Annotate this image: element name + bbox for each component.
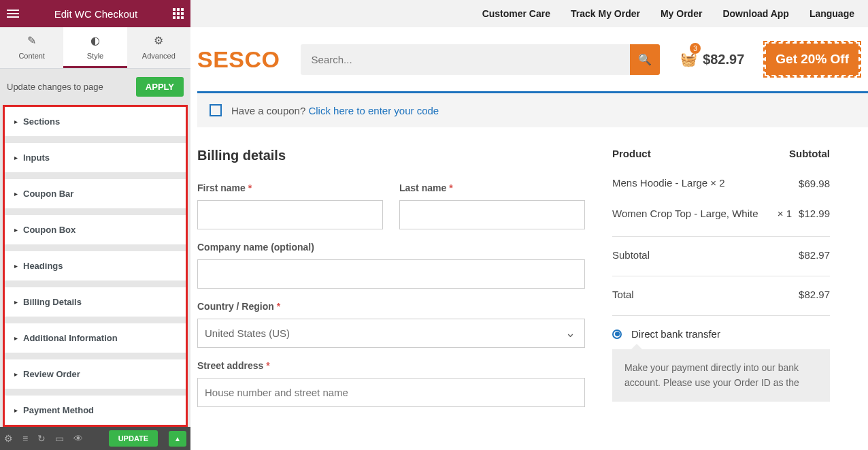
section-sections[interactable]: ▸Sections <box>5 107 186 136</box>
responsive-icon[interactable]: ▭ <box>55 433 64 444</box>
top-nav: Customer Care Track My Order My Order Do… <box>190 0 868 27</box>
summary-head-product: Product <box>612 148 651 159</box>
caret-right-icon: ▸ <box>14 154 18 161</box>
navigator-icon[interactable]: ≡ <box>22 433 28 444</box>
cart-count-badge: 3 <box>690 43 701 54</box>
editor-panel: Edit WC Checkout ✎ Content ◐ Style ⚙ Adv… <box>0 0 190 450</box>
section-headings[interactable]: ▸Headings <box>5 251 186 280</box>
caret-right-icon: ▸ <box>14 334 18 342</box>
first-name-label: First name * <box>197 182 383 193</box>
apply-button[interactable]: APPLY <box>136 77 184 97</box>
coupon-text: Have a coupon? Click here to enter your … <box>231 105 439 116</box>
apps-grid-icon[interactable] <box>173 8 184 19</box>
contrast-icon: ◐ <box>63 34 127 47</box>
order-summary: Product Subtotal Mens Hoodie - Large × 2… <box>612 148 844 407</box>
country-label: Country / Region * <box>197 301 585 312</box>
country-select[interactable] <box>197 319 585 348</box>
search-input[interactable] <box>301 44 631 75</box>
search-button[interactable]: 🔍 <box>630 44 660 75</box>
company-label: Company name (optional) <box>197 242 585 253</box>
caret-right-icon: ▸ <box>14 406 18 414</box>
apply-text: Update changes to page <box>7 82 103 92</box>
section-review-order[interactable]: ▸Review Order <box>5 359 186 389</box>
search-icon: 🔍 <box>638 54 652 65</box>
panel-header: Edit WC Checkout <box>0 0 190 27</box>
cart-summary[interactable]: 3 🧺 $82.97 <box>680 51 744 67</box>
brand-logo[interactable]: SESCO <box>197 46 280 73</box>
style-sections-list: ▸Sections ▸Inputs ▸Coupon Bar ▸Coupon Bo… <box>3 105 188 427</box>
section-inputs[interactable]: ▸Inputs <box>5 143 186 172</box>
radio-checked-icon <box>612 330 622 339</box>
caret-right-icon: ▸ <box>14 190 18 197</box>
update-button[interactable]: UPDATE <box>109 430 158 447</box>
settings-icon[interactable]: ⚙ <box>4 433 13 444</box>
tab-content[interactable]: ✎ Content <box>0 27 63 68</box>
hamburger-icon[interactable] <box>7 10 19 18</box>
preview-area: Customer Care Track My Order My Order Do… <box>190 0 868 450</box>
coupon-bar: Have a coupon? Click here to enter your … <box>197 91 868 127</box>
street-input[interactable] <box>197 378 585 407</box>
gear-icon: ⚙ <box>127 34 190 47</box>
tab-style[interactable]: ◐ Style <box>63 27 127 68</box>
section-billing-details[interactable]: ▸Billing Details <box>5 287 186 317</box>
summary-subtotal: Subtotal $82.97 <box>612 249 830 261</box>
summary-item: Mens Hoodie - Large × 2 $69.98 <box>612 176 830 191</box>
update-options-button[interactable]: ▲ <box>169 431 186 447</box>
section-additional-information[interactable]: ▸Additional Information <box>5 323 186 353</box>
pencil-icon: ✎ <box>0 34 63 47</box>
search-wrap: 🔍 <box>301 44 661 75</box>
street-label: Street address * <box>197 360 585 371</box>
summary-total: Total $82.97 <box>612 289 830 300</box>
caret-right-icon: ▸ <box>14 262 18 270</box>
summary-item: Women Crop Top - Large, White × 1 $12.99 <box>612 206 830 222</box>
nav-download-app[interactable]: Download App <box>722 8 788 19</box>
section-coupon-box[interactable]: ▸Coupon Box <box>5 215 186 244</box>
nav-my-order[interactable]: My Order <box>661 8 702 19</box>
billing-title: Billing details <box>197 148 585 163</box>
last-name-input[interactable] <box>399 200 585 229</box>
site-header: SESCO 🔍 3 🧺 $82.97 Get 20% Off <box>190 27 868 91</box>
company-input[interactable] <box>197 259 585 289</box>
payment-option-bank-transfer[interactable]: Direct bank transfer <box>612 328 830 340</box>
coupon-icon <box>210 104 222 116</box>
panel-title: Edit WC Checkout <box>19 8 173 20</box>
billing-column: Billing details First name * Last name *… <box>197 148 585 407</box>
caret-right-icon: ▸ <box>14 298 18 306</box>
caret-right-icon: ▸ <box>14 370 18 378</box>
summary-head-subtotal: Subtotal <box>789 148 830 159</box>
cart-total: $82.97 <box>703 52 744 67</box>
section-coupon-bar[interactable]: ▸Coupon Bar <box>5 179 186 208</box>
apply-row: Update changes to page APPLY <box>0 69 190 105</box>
nav-track-order[interactable]: Track My Order <box>571 8 640 19</box>
promo-button[interactable]: Get 20% Off <box>765 42 860 76</box>
caret-right-icon: ▸ <box>14 118 18 125</box>
nav-customer-care[interactable]: Customer Care <box>482 8 550 19</box>
panel-footer: ⚙ ≡ ↻ ▭ 👁 UPDATE ▲ <box>0 427 190 450</box>
panel-tabs: ✎ Content ◐ Style ⚙ Advanced <box>0 27 190 69</box>
coupon-link[interactable]: Click here to enter your code <box>308 105 439 116</box>
caret-right-icon: ▸ <box>14 226 18 234</box>
tab-advanced[interactable]: ⚙ Advanced <box>127 27 190 68</box>
checkout-columns: Billing details First name * Last name *… <box>190 148 868 407</box>
payment-description: Make your payment directly into our bank… <box>612 349 830 402</box>
first-name-input[interactable] <box>197 200 383 229</box>
last-name-label: Last name * <box>399 182 585 193</box>
nav-language[interactable]: Language <box>809 8 854 19</box>
history-icon[interactable]: ↻ <box>37 433 46 444</box>
section-payment-method[interactable]: ▸Payment Method <box>5 396 186 425</box>
preview-icon[interactable]: 👁 <box>73 433 83 444</box>
